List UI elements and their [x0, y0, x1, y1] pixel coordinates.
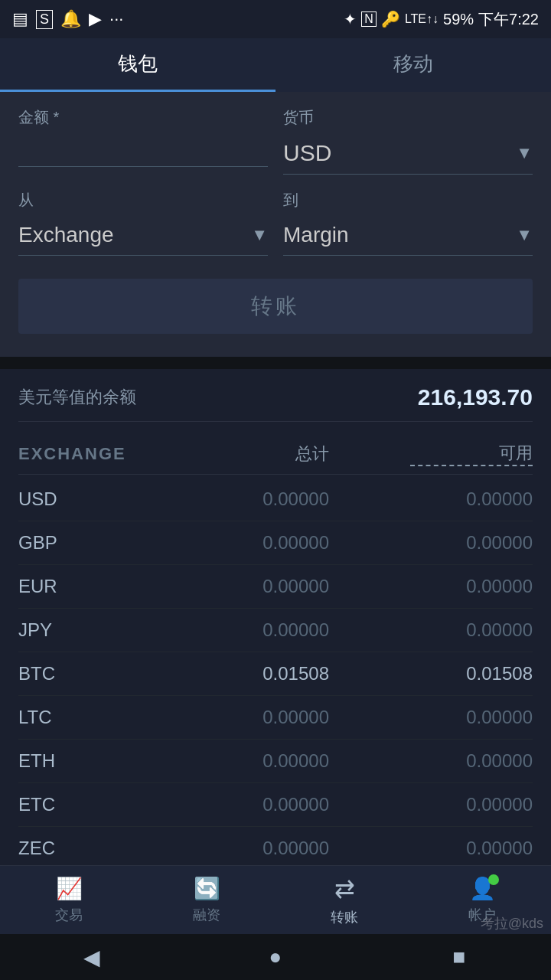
- lte-icon: LTE↑↓: [405, 12, 439, 26]
- status-left-icons: ▤ S 🔔 ▶ ···: [12, 9, 123, 29]
- transfer-icon: ⇄: [334, 874, 355, 903]
- status-right-info: ✦ N 🔑 LTE↑↓ 59% 下午7:22: [344, 9, 539, 30]
- balance-section: 美元等值的余额 216,193.70: [0, 369, 551, 422]
- coin-name: USD: [18, 488, 126, 510]
- to-dropdown-icon: ▼: [516, 225, 533, 245]
- coin-name: GBP: [18, 532, 126, 554]
- total-value: 0.00000: [207, 488, 329, 510]
- amount-input[interactable]: [18, 132, 268, 167]
- table-row: ZEC 0.00000 0.00000: [18, 827, 533, 871]
- nav-transfer[interactable]: ⇄ 转账: [331, 874, 358, 926]
- total-value: 0.00000: [207, 576, 329, 597]
- table-row: ETC 0.00000 0.00000: [18, 783, 533, 827]
- watermark: 考拉@kds: [481, 914, 543, 933]
- table-row: USD 0.00000 0.00000: [18, 478, 533, 521]
- currency-group: 货币 USD ▼: [283, 107, 533, 175]
- transfer-button[interactable]: 转账: [18, 279, 533, 334]
- total-value: 0.00000: [207, 794, 329, 815]
- available-value: 0.01508: [410, 663, 533, 684]
- status-icon-1: ▤: [12, 9, 28, 29]
- from-label: 从: [18, 190, 268, 211]
- bluetooth-icon: ✦: [344, 10, 357, 28]
- online-indicator: [488, 874, 499, 885]
- available-value: 0.00000: [410, 532, 533, 554]
- transfer-form: 金额 * 货币 USD ▼ 从 Exchange ▼ 到: [0, 92, 551, 357]
- to-label: 到: [283, 190, 533, 211]
- available-value: 0.00000: [410, 794, 533, 815]
- key-icon: 🔑: [381, 10, 400, 28]
- total-value: 0.00000: [207, 707, 329, 728]
- table-row: JPY 0.00000 0.00000: [18, 609, 533, 652]
- home-button[interactable]: ●: [256, 938, 295, 976]
- table-row: BTC 0.01508 0.01508: [18, 652, 533, 696]
- nav-finance-label: 融资: [193, 906, 220, 924]
- table-row: EUR 0.00000 0.00000: [18, 565, 533, 609]
- notification-icon: 🔔: [60, 9, 81, 29]
- total-value: 0.00000: [207, 619, 329, 641]
- more-icon: ···: [109, 9, 123, 29]
- nav-trade[interactable]: 📈 交易: [55, 876, 83, 924]
- nav-transfer-label: 转账: [331, 908, 358, 926]
- time-display: 下午7:22: [478, 9, 539, 30]
- table-row: ETH 0.00000 0.00000: [18, 740, 533, 783]
- amount-currency-row: 金额 * 货币 USD ▼: [18, 107, 533, 175]
- status-icon-2: S: [36, 10, 53, 29]
- currency-label: 货币: [283, 107, 533, 128]
- coin-name: ETH: [18, 750, 126, 772]
- divider: [0, 357, 551, 369]
- coin-name: EUR: [18, 576, 126, 597]
- battery-text: 59%: [443, 11, 474, 28]
- available-value: 0.00000: [410, 488, 533, 510]
- to-select[interactable]: Margin ▼: [283, 215, 533, 256]
- from-to-row: 从 Exchange ▼ 到 Margin ▼: [18, 190, 533, 256]
- currency-dropdown-icon: ▼: [516, 143, 533, 163]
- amount-group: 金额 *: [18, 107, 268, 175]
- coin-name: BTC: [18, 663, 126, 684]
- available-value: 0.00000: [410, 576, 533, 597]
- total-value: 0.00000: [207, 532, 329, 554]
- recent-button[interactable]: ■: [440, 938, 478, 976]
- nav-trade-label: 交易: [55, 906, 83, 924]
- coin-name: LTC: [18, 707, 126, 728]
- available-value: 0.00000: [410, 750, 533, 772]
- total-col-header: 总计: [207, 443, 329, 466]
- trade-icon: 📈: [56, 876, 83, 901]
- balance-row: 美元等值的余额 216,193.70: [18, 384, 533, 422]
- coin-name: ETC: [18, 794, 126, 815]
- available-col-header: 可用: [410, 442, 533, 466]
- available-value: 0.00000: [410, 707, 533, 728]
- to-group: 到 Margin ▼: [283, 190, 533, 256]
- from-group: 从 Exchange ▼: [18, 190, 268, 256]
- back-button[interactable]: ◀: [73, 938, 111, 976]
- from-dropdown-icon: ▼: [251, 225, 268, 245]
- finance-icon: 🔄: [194, 876, 220, 901]
- nav-finance[interactable]: 🔄 融资: [193, 876, 220, 924]
- available-value: 0.00000: [410, 619, 533, 641]
- from-select[interactable]: Exchange ▼: [18, 215, 268, 256]
- play-icon: ▶: [89, 9, 102, 29]
- main-tabs: 钱包 移动: [0, 38, 551, 92]
- table-row: GBP 0.00000 0.00000: [18, 521, 533, 565]
- coin-name: ZEC: [18, 838, 126, 859]
- total-value: 0.00000: [207, 838, 329, 859]
- currency-select[interactable]: USD ▼: [283, 132, 533, 175]
- table-row: LTC 0.00000 0.00000: [18, 696, 533, 740]
- status-bar: ▤ S 🔔 ▶ ··· ✦ N 🔑 LTE↑↓ 59% 下午7:22: [0, 0, 551, 38]
- tab-wallet[interactable]: 钱包: [0, 38, 276, 92]
- amount-label: 金额 *: [18, 107, 268, 128]
- available-value: 0.00000: [410, 838, 533, 859]
- nfc-icon: N: [361, 11, 377, 27]
- total-value: 0.01508: [207, 663, 329, 684]
- total-value: 0.00000: [207, 750, 329, 772]
- system-navigation-bar: ◀ ● ■: [0, 934, 551, 980]
- bottom-navigation: 📈 交易 🔄 融资 ⇄ 转账 👤 帐户: [0, 865, 551, 934]
- coin-name: JPY: [18, 619, 126, 641]
- balance-value: 216,193.70: [418, 384, 533, 410]
- exchange-table-header: EXCHANGE 总计 可用: [18, 434, 533, 475]
- balance-label: 美元等值的余额: [18, 386, 136, 409]
- exchange-section-title: EXCHANGE: [18, 444, 126, 464]
- tab-move[interactable]: 移动: [276, 38, 551, 92]
